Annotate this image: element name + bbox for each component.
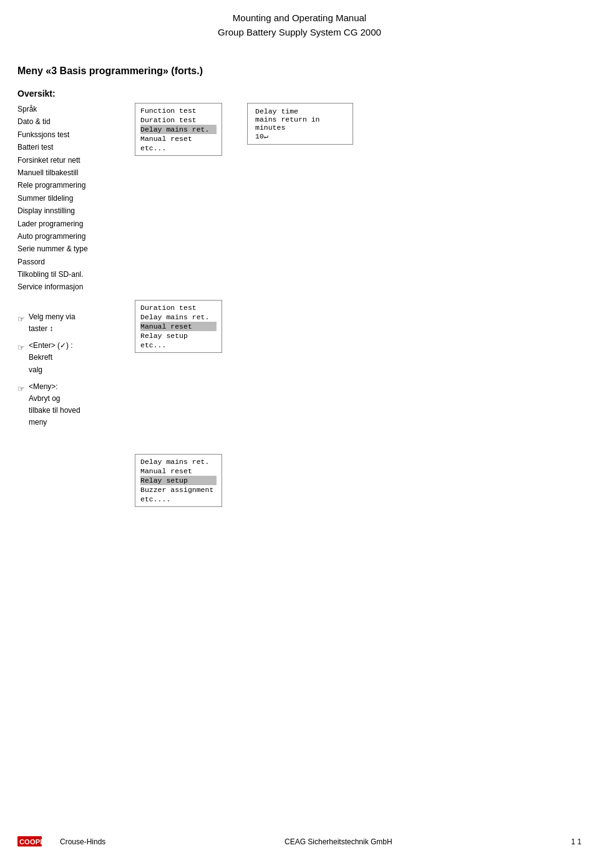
sidebar-item: Serie nummer & type <box>17 243 124 255</box>
menu-item: Manual reset <box>140 134 217 143</box>
footer-left: COOPER Crouse-Hinds <box>17 833 105 851</box>
sidebar-item: Auto programmering <box>17 230 124 243</box>
delay-line1: Delay time <box>255 107 345 115</box>
sidebar-list: SpråkDato & tidFunkssjons testBatteri te… <box>17 103 124 294</box>
instruction-text: <Meny>: Avbryt og tilbake til hoved meny <box>29 381 80 429</box>
menu-item: Manual reset <box>140 322 217 331</box>
section-title: Meny «3 Basis programmering» (forts.) <box>17 65 599 77</box>
delay-line2: mains return in <box>255 115 345 123</box>
menu-item: Function test <box>140 106 217 115</box>
finger-icon: ☞ <box>17 382 25 396</box>
main-content: SpråkDato & tidFunkssjons testBatteri te… <box>17 103 582 294</box>
menu-item: Relay setup <box>140 331 217 340</box>
footer-subtitle: Crouse-Hinds <box>60 837 105 846</box>
menu-item: etc... <box>140 143 217 153</box>
instruction-item: ☞Velg meny via taster ↕ <box>17 311 124 335</box>
menu-item: Delay mains ret. <box>140 457 217 466</box>
menu-box-1: Function testDuration testDelay mains re… <box>135 103 222 156</box>
oversikt-label: Oversikt: <box>17 89 56 99</box>
menu-item: etc.... <box>140 494 217 504</box>
instruction-text: Velg meny via taster ↕ <box>29 311 75 335</box>
instructions: ☞Velg meny via taster ↕☞<Enter> (✓) : Be… <box>17 311 124 434</box>
menu-item: Manual reset <box>140 466 217 476</box>
sidebar-item: Summer tildeling <box>17 192 124 205</box>
sidebar-item: Rele programmering <box>17 179 124 191</box>
sidebar-item: Display innstilling <box>17 205 124 217</box>
footer-right-text: CEAG Sicherheitstechnik GmbH <box>285 837 392 846</box>
instruction-item: ☞<Meny>: Avbryt og tilbake til hoved men… <box>17 381 124 429</box>
sidebar-item: Funkssjons test <box>17 128 124 141</box>
menu-item: etc... <box>140 340 217 350</box>
delay-line4: 10↵ <box>255 132 345 140</box>
menu-item: Duration test <box>140 115 217 125</box>
finger-icon: ☞ <box>17 312 25 326</box>
sidebar-item: Tilkobling til SD-anl. <box>17 268 124 281</box>
third-menu-panel: Delay mains ret.Manual resetRelay setupB… <box>135 454 222 507</box>
menu-box-3: Delay mains ret.Manual resetRelay setupB… <box>135 454 222 507</box>
header-line2: Group Battery Supply System CG 2000 <box>0 26 599 40</box>
delay-box: Delay time mains return in minutes 10↵ <box>247 103 353 145</box>
first-menu-panel: Function testDuration testDelay mains re… <box>135 103 222 156</box>
sidebar-item: Passord <box>17 256 124 268</box>
page-header: Mounting and Operating Manual Group Batt… <box>0 0 599 46</box>
footer: COOPER Crouse-Hinds CEAG Sicherheitstech… <box>0 833 599 851</box>
footer-page: 1 1 <box>571 837 582 846</box>
third-menu-row: Delay mains ret.Manual resetRelay setupB… <box>17 454 582 507</box>
left-panel: SpråkDato & tidFunkssjons testBatteri te… <box>17 103 124 294</box>
finger-icon: ☞ <box>17 340 25 355</box>
instruction-text: <Enter> (✓) : Bekreft valg <box>29 340 73 376</box>
cooper-logo-icon: COOPER <box>17 833 55 851</box>
header-line1: Mounting and Operating Manual <box>0 11 599 26</box>
menu-item: Buzzer assignment <box>140 485 217 494</box>
instruction-item: ☞<Enter> (✓) : Bekreft valg <box>17 340 124 376</box>
menu-item: Delay mains ret. <box>140 312 217 322</box>
svg-text:COOPER: COOPER <box>19 838 50 846</box>
second-menu-row: ☞Velg meny via taster ↕☞<Enter> (✓) : Be… <box>17 300 582 434</box>
menu-item: Duration test <box>140 303 217 312</box>
menu-box-2: Duration testDelay mains ret.Manual rese… <box>135 300 222 353</box>
second-menu-panel: Duration testDelay mains ret.Manual rese… <box>135 300 222 353</box>
sidebar-item: Service informasjon <box>17 281 124 293</box>
menu-item: Relay setup <box>140 476 217 485</box>
sidebar-item: Dato & tid <box>17 115 124 128</box>
sidebar-item: Forsinket retur nett <box>17 154 124 166</box>
menu-item: Delay mains ret. <box>140 125 217 134</box>
sidebar-item: Manuell tilbakestill <box>17 166 124 179</box>
delay-line3: minutes <box>255 123 345 132</box>
sidebar-item: Lader programering <box>17 218 124 230</box>
sidebar-item: Batteri test <box>17 141 124 153</box>
sidebar-item: Språk <box>17 103 124 115</box>
